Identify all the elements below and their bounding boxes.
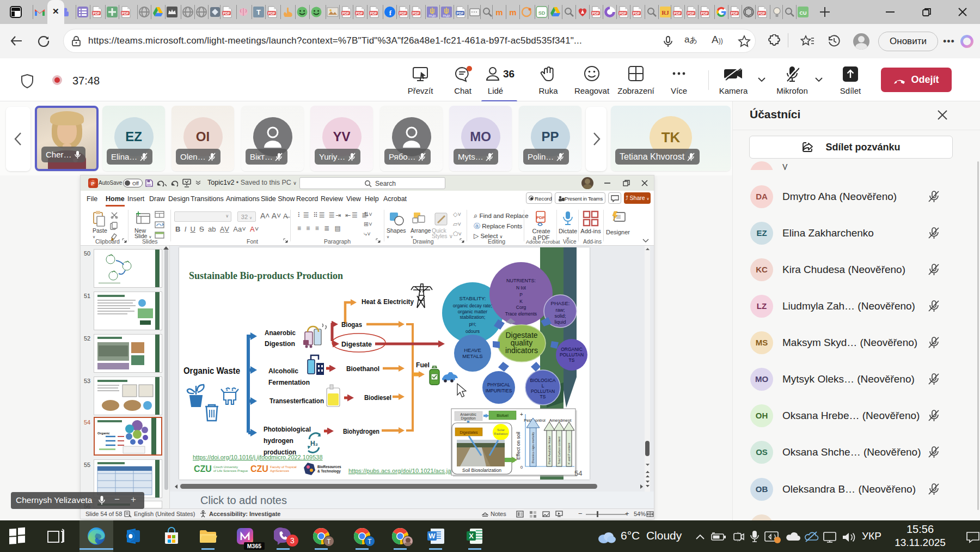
svg-text:PDF: PDF: [674, 11, 681, 15]
svg-text:solid;: solid;: [554, 313, 566, 319]
svg-text:W: W: [428, 532, 436, 540]
svg-text:Digestion: Digestion: [461, 416, 475, 421]
svg-text:Alcoholic: Alcoholic: [268, 367, 298, 375]
svg-text:54: 54: [574, 469, 582, 477]
svg-text:Biodiesel: Biodiesel: [364, 393, 391, 402]
svg-text:IMPURITIES: IMPURITIES: [486, 388, 512, 393]
svg-text:liquid: liquid: [554, 319, 566, 325]
svg-text:odours: odours: [465, 329, 480, 334]
svg-text:organic decay rate;: organic decay rate;: [453, 303, 492, 308]
svg-text:Anaerobic: Anaerobic: [460, 413, 476, 416]
svg-text:K: K: [519, 299, 523, 304]
svg-text:of Life Sciences Prague: of Life Sciences Prague: [213, 469, 248, 472]
svg-text:Biofuel: Biofuel: [497, 414, 509, 417]
svg-text:pH;: pH;: [469, 322, 476, 327]
svg-text:BIOLOGICA: BIOLOGICA: [530, 378, 556, 383]
svg-text:PDF: PDF: [370, 11, 377, 15]
svg-text:CU: CU: [800, 10, 807, 16]
svg-text:TS: TS: [540, 394, 546, 399]
svg-text:PDF: PDF: [592, 11, 599, 15]
svg-text:CZU: CZU: [250, 464, 268, 474]
svg-text:PDF: PDF: [731, 11, 738, 15]
svg-text:PDF: PDF: [688, 11, 695, 15]
svg-text:indicators: indicators: [505, 346, 538, 355]
svg-text:Digestate: Digestate: [341, 340, 372, 348]
svg-text:Digestates: Digestates: [460, 430, 478, 435]
svg-text:PDF: PDF: [457, 11, 464, 15]
svg-text:+: +: [520, 411, 523, 417]
svg-text:f: f: [389, 9, 392, 17]
svg-text:m: m: [509, 8, 516, 17]
svg-text:SD: SD: [538, 10, 546, 16]
svg-text:РАДА: РАДА: [443, 14, 450, 17]
svg-text:P: P: [91, 181, 94, 186]
svg-text:Heat & Electricity: Heat & Electricity: [362, 298, 414, 306]
svg-text:Faculty of Tropical: Faculty of Tropical: [270, 465, 297, 469]
svg-text:PDF: PDF: [536, 215, 545, 220]
svg-text:PDF: PDF: [400, 11, 407, 15]
svg-text:P: P: [519, 292, 523, 298]
svg-text:ORGANIC: ORGANIC: [561, 347, 583, 352]
svg-text:PDF: PDF: [342, 11, 350, 15]
svg-text:Solar: Solar: [497, 428, 505, 432]
svg-text:PDF: PDF: [356, 11, 363, 15]
svg-text:PDF: PDF: [122, 11, 129, 15]
svg-text:X: X: [469, 532, 474, 540]
svg-text:NUTRIENTS:: NUTRIENTS:: [506, 278, 536, 283]
svg-text:POLLUTAN: POLLUTAN: [531, 389, 555, 394]
svg-text:Total Carbon content: Total Carbon content: [558, 436, 561, 464]
svg-text:PDF: PDF: [413, 11, 420, 15]
svg-text:PDF: PDF: [223, 11, 230, 15]
svg-text:organic matter: organic matter: [458, 309, 487, 314]
svg-text:PDF: PDF: [268, 11, 275, 15]
svg-text:Radiation: Radiation: [494, 432, 507, 435]
svg-text:PHASE:: PHASE:: [551, 300, 570, 306]
svg-text:Fuel: Fuel: [416, 361, 430, 369]
svg-text:CZU: CZU: [194, 464, 212, 474]
svg-text:stabilization;: stabilization;: [460, 314, 486, 320]
svg-text:HEAVE: HEAVE: [464, 347, 481, 353]
svg-text:36: 36: [503, 68, 514, 80]
svg-text:METALS: METALS: [462, 353, 482, 359]
svg-text:m: m: [495, 8, 503, 17]
svg-text:hydrogen: hydrogen: [264, 436, 293, 445]
svg-text:Czech University: Czech University: [213, 465, 238, 469]
svg-text:Plant Available Water: Plant Available Water: [548, 436, 551, 464]
svg-text:AgriSciences: AgriSciences: [270, 469, 289, 472]
svg-text:Brassica nigra mortality: Brassica nigra mortality: [531, 432, 535, 463]
svg-text:Photobiological: Photobiological: [264, 425, 311, 433]
svg-text:Anaerobic: Anaerobic: [265, 329, 296, 337]
svg-text:Sustainable Bio-products Produ: Sustainable Bio-products Production: [189, 270, 343, 281]
svg-text:Organic Waste: Organic Waste: [183, 366, 240, 376]
svg-text:POLLUTAN: POLLUTAN: [560, 352, 584, 357]
svg-text:PDF: PDF: [701, 11, 708, 15]
svg-text:T: T: [256, 8, 261, 16]
svg-text:STABILITY:: STABILITY:: [460, 295, 486, 301]
svg-text:PDF: PDF: [633, 11, 640, 15]
svg-text:Soil Biosolarization: Soil Biosolarization: [462, 468, 501, 473]
svg-text:Effect on soil: Effect on soil: [516, 432, 521, 459]
svg-text:Bioethanol: Bioethanol: [346, 365, 379, 373]
svg-text:Trace elements: Trace elements: [505, 311, 537, 317]
svg-text:PDF: PDF: [93, 11, 100, 15]
svg-text:BioResources: BioResources: [317, 465, 341, 469]
svg-text:Corg: Corg: [516, 305, 526, 310]
svg-text:raw;: raw;: [555, 307, 565, 313]
svg-text:Fermentation: Fermentation: [268, 378, 310, 386]
svg-text:L: L: [542, 383, 544, 389]
svg-text:Digestion: Digestion: [265, 339, 295, 348]
svg-text:Amendment: Amendment: [549, 418, 572, 423]
svg-text:Biohydrogen: Biohydrogen: [343, 427, 379, 435]
svg-text:Transesterfication: Transesterfication: [270, 397, 324, 405]
svg-text:& Technology: & Technology: [317, 469, 341, 474]
svg-text:Biogas: Biogas: [341, 320, 362, 329]
svg-text:RJ: RJ: [661, 9, 669, 16]
svg-text:PDF: PDF: [758, 11, 765, 15]
svg-text:PHYSICAL: PHYSICAL: [487, 382, 510, 387]
svg-text:N tot: N tot: [516, 285, 526, 290]
svg-text:0: 0: [520, 465, 523, 470]
svg-text:K and P content: K and P content: [567, 442, 571, 464]
svg-text:https://doi.org/10.1016/j.ijfo: https://doi.org/10.1016/j.ijfoodmicro.20…: [193, 454, 323, 460]
svg-text:РАДА: РАДА: [428, 14, 436, 17]
svg-text:PDF: PDF: [620, 11, 627, 15]
